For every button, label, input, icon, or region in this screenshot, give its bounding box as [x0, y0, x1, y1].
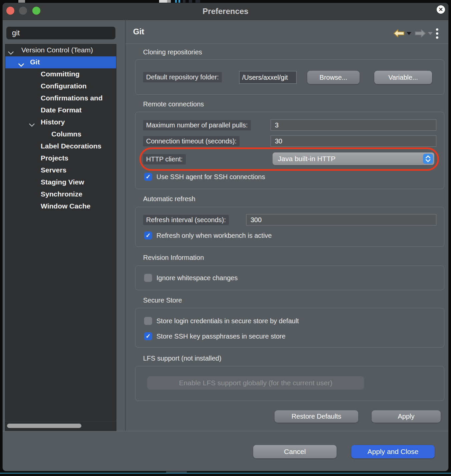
http-client-label: HTTP client:: [143, 154, 186, 164]
secure-store-groupbox: [135, 308, 444, 348]
tree-item-configuration[interactable]: Configuration: [5, 80, 116, 92]
desktop-fragment: [159, 0, 167, 3]
chevron-down-icon[interactable]: [8, 49, 14, 57]
forward-arrow-icon[interactable]: [415, 29, 426, 39]
refresh-workbench-label: Refresh only when workbench is active: [156, 231, 272, 240]
tree-item-label: History: [41, 118, 65, 126]
parallel-pulls-value: 3: [275, 121, 279, 129]
tree-item-synchronize[interactable]: Synchronize: [5, 188, 116, 200]
default-repo-folder-label: Default repository folder:: [143, 72, 222, 82]
default-repo-folder-value: /Users/axxel/git: [242, 74, 288, 81]
maximize-window-button[interactable]: [32, 7, 40, 15]
refresh-groupbox: [135, 207, 444, 247]
connection-timeout-label: Connection timeout (seconds):: [143, 136, 240, 146]
cancel-button[interactable]: Cancel: [253, 445, 337, 458]
tree-item-label: Git: [30, 58, 40, 66]
tree-item-staging-view[interactable]: Staging View: [5, 176, 116, 188]
forward-history-dropdown-icon[interactable]: [428, 32, 433, 35]
section-title-lfs: LFS support (not installed): [143, 355, 221, 362]
tree-item-label: Committing: [41, 70, 80, 78]
variable-button-label: Variable...: [388, 74, 418, 81]
desktop-fragment: [192, 0, 195, 3]
tree-item-date-format[interactable]: Date Format: [5, 104, 116, 116]
clear-search-icon[interactable]: ✕: [437, 5, 445, 14]
parallel-pulls-label: Maximum number of parallel pulls:: [143, 120, 251, 130]
refresh-interval-label: Refresh interval (seconds):: [143, 215, 229, 225]
apply-button[interactable]: Apply: [372, 410, 441, 423]
default-repo-folder-field[interactable]: /Users/axxel/git: [239, 71, 297, 84]
tree-item-label: Columns: [51, 130, 81, 138]
connection-timeout-value: 30: [275, 137, 282, 145]
connection-timeout-field[interactable]: 30: [271, 135, 436, 147]
tree-item-git[interactable]: Git: [5, 56, 116, 68]
section-title-remote: Remote connections: [143, 100, 204, 108]
tree-item-label: Date Format: [41, 106, 82, 114]
select-spinner-icon[interactable]: [423, 154, 433, 164]
parallel-pulls-field[interactable]: 3: [271, 119, 436, 131]
tree-item-window-cache[interactable]: Window Cache: [5, 200, 116, 212]
tree-item-confirmations[interactable]: Confirmations and: [5, 92, 116, 104]
refresh-interval-value: 300: [251, 216, 262, 224]
refresh-workbench-checkbox[interactable]: ✓: [144, 231, 152, 240]
sidebar-divider: [125, 20, 126, 431]
page-title: Git: [133, 27, 144, 36]
window-title: Preferences: [202, 7, 248, 16]
close-window-button[interactable]: [6, 7, 14, 15]
http-client-value: Java built-in HTTP: [278, 155, 336, 163]
section-title-secure-store: Secure Store: [143, 297, 182, 304]
tree-item-label: Synchronize: [41, 190, 82, 198]
minimize-window-button[interactable]: [19, 7, 27, 15]
cancel-label: Cancel: [284, 448, 306, 456]
tree-item-version-control[interactable]: Version Control (Team): [5, 44, 116, 56]
enable-lfs-button-label: Enable LFS support globally (for the cur…: [179, 379, 333, 387]
tree-item-label: Configuration: [41, 82, 87, 90]
chevron-down-icon[interactable]: [29, 121, 35, 129]
footer-divider: [3, 431, 448, 431]
ssh-agent-label: Use SSH agent for SSH connections: [156, 172, 265, 181]
tree-item-committing[interactable]: Committing: [5, 68, 116, 80]
tree-item-label: Confirmations and: [41, 94, 103, 102]
store-passphrase-label: Store SSH key passphrases in secure stor…: [156, 332, 286, 341]
tree-item-label-decorations[interactable]: Label Decorations: [5, 140, 116, 152]
tree-item-label: Projects: [41, 154, 68, 162]
preferences-tree: Version Control (Team) Git Committing Co…: [5, 44, 116, 431]
ignore-whitespace-checkbox[interactable]: [144, 274, 152, 282]
desktop-fragment: [175, 0, 177, 3]
tree-item-projects[interactable]: Projects: [5, 152, 116, 164]
back-arrow-icon[interactable]: [393, 29, 405, 39]
browse-button-label: Browse...: [320, 74, 347, 81]
tree-item-label: Window Cache: [41, 202, 90, 210]
back-history-dropdown-icon[interactable]: [407, 32, 411, 35]
store-login-checkbox[interactable]: [144, 317, 152, 325]
refresh-interval-field[interactable]: 300: [246, 214, 436, 225]
desktop-fragment: [185, 0, 189, 3]
search-input[interactable]: [6, 29, 102, 37]
tree-item-label: Servers: [41, 166, 66, 174]
preferences-window: Preferences ✕ Version Control (Team) Git…: [2, 3, 449, 471]
ssh-agent-checkbox[interactable]: ✓: [144, 173, 152, 181]
desktop-fragment: [18, 0, 25, 3]
kebab-menu-icon[interactable]: [436, 28, 438, 39]
desktop-accent-line: [0, 473, 451, 474]
tree-item-servers[interactable]: Servers: [5, 164, 116, 176]
http-client-select[interactable]: Java built-in HTTP: [273, 152, 434, 165]
section-title-cloning: Cloning repositories: [143, 48, 202, 56]
variable-button[interactable]: Variable...: [374, 71, 432, 84]
section-title-revision: Revision Information: [143, 254, 204, 262]
browse-button[interactable]: Browse...: [307, 71, 360, 84]
store-login-label: Store login credentials in secure store …: [156, 317, 299, 325]
horizontal-scrollbar[interactable]: [7, 424, 81, 428]
title-bar: Preferences: [3, 3, 448, 20]
restore-defaults-button[interactable]: Restore Defaults: [275, 410, 358, 423]
chevron-down-icon[interactable]: [18, 61, 24, 69]
restore-defaults-label: Restore Defaults: [292, 413, 341, 420]
desktop-fragment: [178, 0, 180, 3]
tree-item-history[interactable]: History: [5, 116, 116, 128]
section-title-refresh: Automatic refresh: [143, 195, 195, 203]
apply-and-close-button[interactable]: Apply and Close: [351, 445, 435, 458]
tree-scrollbar-track: [5, 421, 116, 421]
tree-item-columns[interactable]: Columns: [5, 128, 116, 140]
apply-and-close-label: Apply and Close: [368, 448, 419, 456]
store-passphrase-checkbox[interactable]: ✓: [144, 332, 152, 340]
filter-search-box[interactable]: [6, 27, 115, 39]
